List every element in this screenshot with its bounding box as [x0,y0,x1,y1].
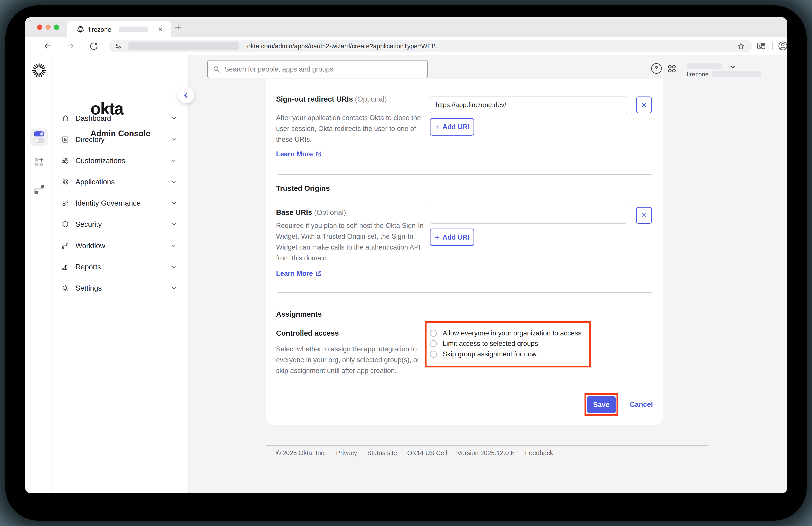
rail-item-admin-console-active[interactable] [30,129,48,146]
back-icon[interactable] [43,42,52,51]
chevron-down-icon [171,221,177,227]
chevron-down-icon [171,158,177,164]
search-input[interactable] [224,65,414,73]
signout-uri-input[interactable] [430,97,627,113]
chevron-down-icon [171,200,177,206]
reload-icon[interactable] [89,42,98,51]
trusted-add-uri-button[interactable]: Add URI [430,229,474,246]
sidebar-item-icon [61,221,69,228]
window-zoom-button[interactable] [54,25,59,30]
sidebar-item-customizations[interactable]: Customizations [61,154,182,167]
sidebar-item-icon [61,263,69,271]
tab-title-redacted [119,27,148,32]
sidebar-item-label: Directory [75,136,171,144]
window-minimize-button[interactable] [45,25,51,30]
sidebar-item-label: Security [75,220,171,229]
chevron-down-icon [171,179,177,185]
radio-icon[interactable] [430,351,437,358]
sidebar-item-label: Identity Governance [75,199,171,207]
section-divider [278,293,652,293]
sidebar-item-icon [61,199,69,207]
url-bar[interactable]: .okta.com/admin/apps/oauth2-wizard/creat… [108,40,752,52]
sidebar-item-label: Applications [75,178,171,186]
chevron-down-icon [729,63,736,70]
section-divider [278,86,652,86]
tab-title: firezone [88,26,111,33]
help-button[interactable]: ? [651,63,662,74]
sidebar-item-identity-governance[interactable]: Identity Governance [61,197,182,210]
okta-favicon-spinner-icon [77,26,84,33]
sidebar-item-dashboard[interactable]: Dashboard [61,112,182,125]
chevron-down-icon [171,137,177,143]
forward-icon[interactable] [66,42,75,51]
browser-tab[interactable]: firezone [67,21,171,37]
window-close-button[interactable] [37,25,42,30]
radio-option-everyone[interactable]: Allow everyone in your organization to a… [430,329,581,338]
trusted-learn-more-link[interactable]: Learn More [276,270,322,278]
radio-icon[interactable] [430,340,437,347]
signout-uri-remove-button[interactable] [636,97,652,113]
sidebar-item-icon [61,114,69,122]
chevron-down-icon [171,115,177,122]
site-settings-icon[interactable] [115,43,122,49]
footer-copyright: © 2025 Okta, Inc. [276,450,326,457]
signout-learn-more-link[interactable]: Learn More [276,150,322,158]
assignments-heading: Assignments [276,310,322,318]
sidebar-item-directory[interactable]: Directory [61,133,182,146]
radio-option-limit-groups[interactable]: Limit access to selected groups [430,339,538,348]
browser-tab-strip: firezone [25,17,787,37]
sidebar-item-label: Settings [75,284,171,293]
signout-uris-description: After your application contacts Okta to … [276,112,422,145]
base-uris-label: Base URIs (Optional) [276,208,346,217]
signout-uris-label: Sign-out redirect URIs (Optional) [276,95,387,103]
base-uri-input[interactable] [430,207,627,224]
sidebar-item-reports[interactable]: Reports [61,260,182,274]
tab-close-icon[interactable] [158,27,163,32]
toolbar-divider [772,42,773,50]
sidebar-item-workflow[interactable]: Workflow [61,239,182,252]
sidebar-item-settings[interactable]: Settings [61,282,182,295]
save-button[interactable]: Save [587,396,616,413]
footer-divider [266,445,708,446]
sidebar-item-icon [61,136,69,144]
footer-version-label: Version 2025.12.0 E [457,450,515,457]
signout-add-uri-button[interactable]: Add URI [430,118,474,136]
okta-logo-spinner-icon [32,63,46,77]
global-search[interactable] [207,60,428,79]
rail-item-apps-icon[interactable] [34,157,44,167]
new-tab-icon[interactable] [174,24,182,31]
base-uris-description: Required if you plan to self-host the Ok… [276,220,428,264]
chevron-down-icon [171,243,177,249]
bookmark-star-icon[interactable] [737,43,744,50]
sidebar-item-icon [61,242,69,250]
toggle-off-icon [34,138,44,143]
sidebar-item-label: Workflow [75,242,171,250]
side-panel-search-icon[interactable] [757,42,766,51]
base-uri-remove-button[interactable] [636,207,652,224]
footer-privacy-link[interactable]: Privacy [336,450,357,457]
app-switch-rail [25,55,53,493]
profile-icon[interactable] [778,41,787,51]
rail-item-workflows-icon[interactable] [33,184,45,195]
external-link-icon [316,151,322,157]
sidebar-item-security[interactable]: Security [61,218,182,231]
sidebar-item-label: Dashboard [75,114,171,123]
chevron-down-icon [171,264,177,270]
controlled-access-description: Select whether to assign the app integra… [276,344,422,376]
plus-icon [434,124,440,130]
account-org-label: firezone [687,71,709,78]
footer-feedback-link[interactable]: Feedback [525,450,553,457]
search-icon [213,66,220,73]
sidebar-item-icon [61,157,69,165]
chevron-left-icon [183,92,189,99]
radio-option-skip-assignment[interactable]: Skip group assignment for now [430,350,537,358]
app-settings-card: Sign-out redirect URIs (Optional) After … [266,79,663,425]
radio-icon[interactable] [430,330,437,337]
toggle-on-icon [34,131,44,137]
cancel-link[interactable]: Cancel [630,400,653,409]
app-grid-icon[interactable] [667,63,677,74]
sidebar-item-applications[interactable]: Applications [61,175,182,188]
close-x-icon [641,212,647,218]
sidebar-collapse-button[interactable] [178,87,194,103]
footer-status-site-link[interactable]: Status site [367,450,397,457]
